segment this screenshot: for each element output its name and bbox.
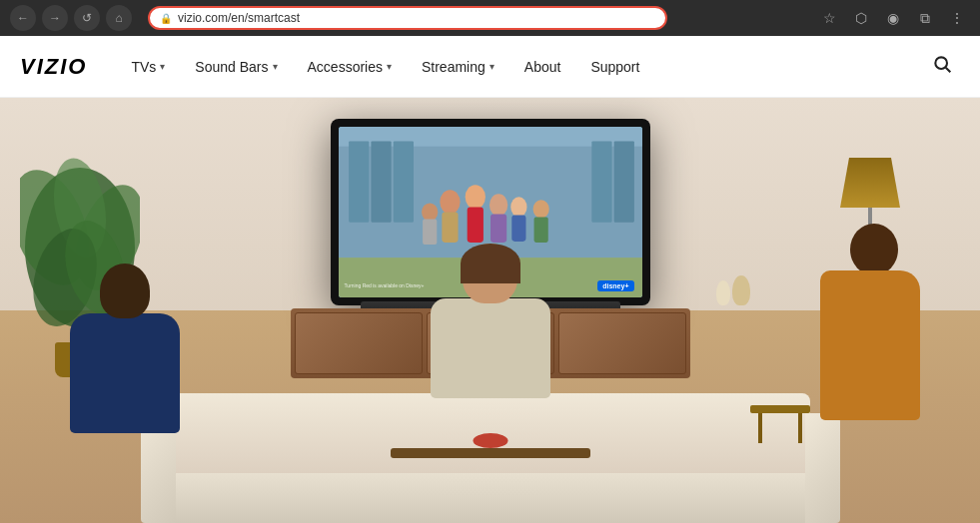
side-table-leg-2 [798,413,802,443]
chevron-down-icon-sound-bars: ▾ [273,61,278,72]
nav-item-sound-bars[interactable]: Sound Bars ▾ [181,51,291,83]
chevron-down-icon-tvs: ▾ [160,61,165,72]
puzzle-icon[interactable]: ⧉ [912,5,938,31]
back-button[interactable]: ← [10,5,36,31]
person-center [416,244,565,443]
vizio-logo[interactable]: VIZIO [20,54,87,80]
url-text: vizio.com/en/smartcast [178,11,300,25]
lock-icon: 🔒 [160,13,172,24]
console-door-1 [295,312,423,374]
side-table [750,405,810,443]
person-left [60,263,190,463]
svg-line-1 [946,68,951,73]
side-table-legs [750,413,810,443]
nav-label-tvs: TVs [131,59,156,75]
person-left-head [100,263,150,318]
lamp-shade [840,158,900,208]
svg-rect-14 [613,142,633,223]
nav-item-about[interactable]: About [510,51,575,83]
nav-label-about: About [524,59,561,75]
svg-point-18 [465,185,485,209]
chevron-down-icon-accessories: ▾ [387,61,392,72]
svg-rect-27 [533,218,547,243]
browser-nav-group: ← → ↺ ⌂ [10,5,132,31]
svg-point-20 [489,194,506,216]
svg-rect-12 [393,142,413,223]
hero-section: Turning Red is available on Disney+ disn… [0,98,980,523]
hero-scene: Turning Red is available on Disney+ disn… [0,98,980,523]
address-bar[interactable]: 🔒 vizio.com/en/smartcast [148,6,667,30]
side-table-top [750,405,810,413]
person-right-body [820,270,920,420]
nav-item-streaming[interactable]: Streaming ▾ [408,51,508,83]
reload-button[interactable]: ↺ [74,5,100,31]
fruit-bowl [473,433,507,448]
person-right [800,224,920,443]
browser-chrome: ← → ↺ ⌂ 🔒 vizio.com/en/smartcast ☆ ⬡ ◉ ⧉… [0,0,980,36]
svg-rect-23 [511,216,525,242]
nav-items: TVs ▾ Sound Bars ▾ Accessories ▾ Streami… [117,51,924,83]
forward-button[interactable]: → [42,5,68,31]
screen-text: Turning Red is available on Disney+ [345,282,425,289]
coffee-table-top [391,448,590,458]
person-center-hair [461,244,520,283]
bookmark-icon[interactable]: ☆ [816,5,842,31]
nav-label-accessories: Accessories [308,59,383,75]
nav-label-support: Support [590,59,639,75]
couch-seat [151,473,830,523]
nav-item-accessories[interactable]: Accessories ▾ [294,51,406,83]
site-navbar: VIZIO TVs ▾ Sound Bars ▾ Accessories ▾ S… [0,36,980,98]
person-right-head [850,224,898,275]
account-icon[interactable]: ◉ [880,5,906,31]
coffee-table [391,448,590,458]
svg-point-24 [422,203,438,221]
extension-icon[interactable]: ⬡ [848,5,874,31]
menu-icon[interactable]: ⋮ [944,5,970,31]
svg-rect-25 [423,220,437,245]
nav-label-streaming: Streaming [422,59,486,75]
person-left-body [70,313,180,433]
nav-item-support[interactable]: Support [576,51,653,83]
vase-decoration-2 [716,280,730,305]
svg-rect-19 [467,207,483,242]
search-icon[interactable] [924,46,960,87]
svg-rect-10 [349,142,369,223]
svg-rect-21 [490,215,506,243]
address-bar-container: 🔒 vizio.com/en/smartcast [148,6,667,30]
svg-rect-17 [442,213,458,243]
vase-decoration-1 [732,275,750,305]
svg-point-0 [935,57,947,69]
person-center-body [431,298,550,398]
svg-point-22 [510,197,526,217]
disney-plus-badge: disney+ [597,280,633,291]
nav-label-sound-bars: Sound Bars [195,59,268,75]
side-table-leg-1 [758,413,762,443]
chevron-down-icon-streaming: ▾ [490,61,494,72]
svg-rect-11 [371,142,391,223]
home-button[interactable]: ⌂ [106,5,132,31]
svg-point-16 [440,190,460,214]
svg-point-26 [532,200,548,218]
svg-rect-13 [591,142,611,223]
console-door-3 [558,312,686,374]
browser-actions: ☆ ⬡ ◉ ⧉ ⋮ [816,5,970,31]
nav-item-tvs[interactable]: TVs ▾ [117,51,179,83]
